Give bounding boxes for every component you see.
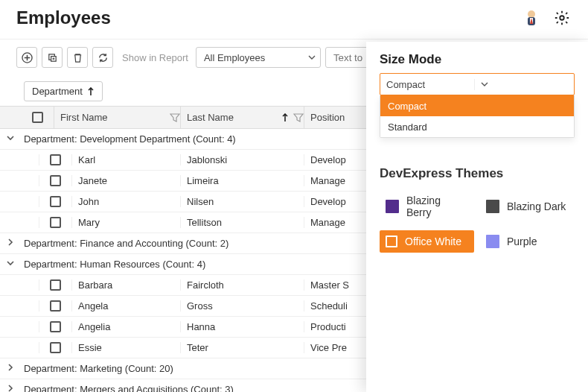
- cell-first-name: Barbara: [71, 279, 180, 291]
- theme-label: Blazing Berry: [406, 195, 468, 218]
- cell-last-name: Gross: [180, 300, 304, 312]
- cell-last-name: Hanna: [180, 321, 304, 332]
- group-chip[interactable]: Department: [24, 81, 103, 101]
- cell-last-name: Limeira: [180, 175, 304, 186]
- size-option[interactable]: Compact: [380, 95, 574, 116]
- cell-first-name: John: [71, 196, 180, 207]
- swatch-icon: [486, 200, 499, 213]
- cell-first-name: Mary: [71, 217, 180, 228]
- group-label: Department: Finance and Accounting (Coun…: [21, 238, 229, 249]
- row-checkbox[interactable]: [50, 342, 61, 353]
- cell-last-name: Teter: [180, 342, 304, 353]
- settings-panel: Size Mode Compact CompactStandard DevExp…: [366, 42, 588, 392]
- svg-point-0: [528, 10, 535, 18]
- page-title: Employees: [16, 7, 521, 28]
- row-checkbox-cell[interactable]: [39, 217, 71, 228]
- theme-item[interactable]: Blazing Dark: [480, 190, 575, 223]
- svg-point-3: [560, 16, 564, 20]
- theme-label: Purple: [507, 235, 537, 247]
- refresh-button[interactable]: [92, 47, 113, 68]
- row-checkbox[interactable]: [50, 175, 61, 186]
- sort-asc-icon: [281, 113, 289, 122]
- filter-icon[interactable]: [293, 113, 304, 123]
- filter-icon[interactable]: [170, 113, 180, 123]
- delete-button[interactable]: [67, 47, 88, 68]
- row-checkbox[interactable]: [50, 300, 61, 312]
- clone-button[interactable]: [42, 47, 63, 68]
- size-mode-options: CompactStandard: [380, 95, 575, 138]
- chevron-down-icon: [474, 79, 569, 90]
- cell-first-name: Karl: [71, 154, 180, 165]
- chevron-icon[interactable]: [0, 238, 21, 249]
- row-checkbox-cell[interactable]: [39, 196, 71, 207]
- swatch-icon: [386, 235, 397, 247]
- row-checkbox-cell[interactable]: [39, 342, 71, 353]
- chevron-icon[interactable]: [0, 259, 21, 270]
- group-chip-label: Department: [32, 86, 83, 97]
- size-mode-heading: Size Mode: [380, 52, 575, 67]
- filter-value: All Employees: [204, 52, 308, 63]
- group-label: Department: Marketing (Count: 20): [21, 363, 173, 374]
- theme-label: Office White: [405, 235, 461, 247]
- row-checkbox-cell[interactable]: [39, 300, 71, 312]
- theme-item[interactable]: Blazing Berry: [380, 190, 474, 223]
- row-checkbox-cell[interactable]: [39, 154, 71, 165]
- filter-dropdown[interactable]: All Employees: [196, 47, 321, 68]
- cell-last-name: Nilsen: [180, 196, 304, 207]
- size-option[interactable]: Standard: [380, 116, 574, 137]
- cell-first-name: Angela: [71, 300, 180, 312]
- row-checkbox-cell[interactable]: [39, 321, 71, 332]
- cell-first-name: Janete: [71, 175, 180, 186]
- row-checkbox-cell[interactable]: [39, 279, 71, 291]
- size-mode-value: Compact: [386, 79, 474, 90]
- row-checkbox[interactable]: [50, 154, 61, 165]
- chevron-down-icon: [308, 54, 316, 61]
- settings-button[interactable]: [552, 8, 572, 28]
- page-header: Employees: [0, 0, 588, 39]
- row-checkbox-cell[interactable]: [39, 175, 71, 186]
- select-all-cell[interactable]: [21, 112, 54, 123]
- header-last-name[interactable]: Last Name: [180, 107, 304, 128]
- sort-asc-icon: [87, 87, 95, 96]
- cell-first-name: Angelia: [71, 321, 180, 332]
- chevron-icon[interactable]: [0, 363, 21, 374]
- size-mode-dropdown[interactable]: Compact: [380, 73, 575, 95]
- theme-label: Blazing Dark: [507, 200, 566, 212]
- theme-item[interactable]: Purple: [480, 230, 575, 253]
- cell-first-name: Essie: [71, 342, 180, 353]
- swatch-icon: [386, 200, 399, 213]
- select-all-checkbox[interactable]: [32, 112, 43, 123]
- swatch-icon: [486, 235, 499, 248]
- group-label: Department: Human Resources (Count: 4): [21, 259, 205, 270]
- group-label: Department: Mergers and Acquisitions (Co…: [21, 384, 234, 392]
- row-checkbox[interactable]: [50, 196, 61, 207]
- add-button[interactable]: [16, 47, 37, 68]
- row-checkbox[interactable]: [50, 279, 61, 291]
- avatar[interactable]: [521, 7, 542, 28]
- report-label: Show in Report: [118, 52, 191, 63]
- chevron-icon[interactable]: [0, 384, 21, 392]
- cell-last-name: Tellitson: [180, 217, 304, 228]
- row-checkbox[interactable]: [50, 217, 61, 228]
- row-checkbox[interactable]: [50, 321, 61, 332]
- cell-last-name: Faircloth: [180, 279, 304, 291]
- header-first-name[interactable]: First Name: [54, 107, 180, 128]
- cell-last-name: Jablonski: [180, 154, 304, 165]
- themes-heading: DevExpress Themes: [380, 166, 575, 181]
- theme-grid: Blazing BerryBlazing DarkOffice WhitePur…: [380, 190, 575, 253]
- theme-item[interactable]: Office White: [380, 230, 474, 253]
- chevron-icon[interactable]: [0, 133, 21, 145]
- group-label: Department: Development Department (Coun…: [21, 133, 236, 145]
